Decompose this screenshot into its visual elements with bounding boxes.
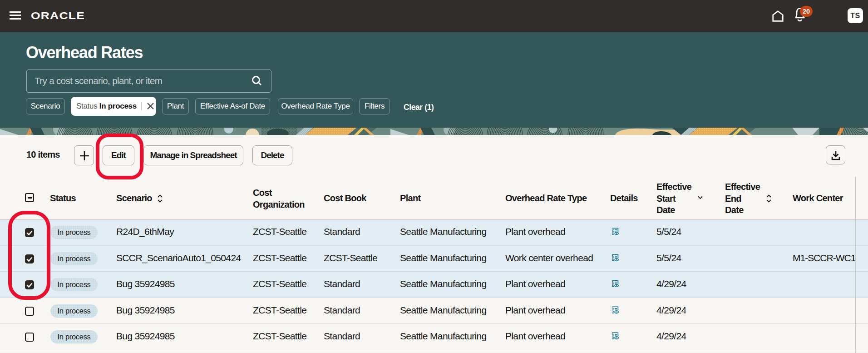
svg-text:ORACLE: ORACLE (31, 10, 85, 21)
